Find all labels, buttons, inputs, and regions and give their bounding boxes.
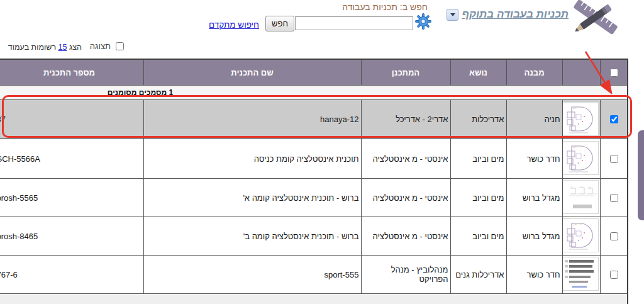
table-footer-row xyxy=(0,294,628,304)
plans-table: מבנה נושא המתכנן שם התכנית מספר התכנית 1… xyxy=(0,59,628,304)
planner-cell: אינסטי - מ אינסטלציה xyxy=(361,139,450,179)
row-checkbox[interactable] xyxy=(610,271,618,279)
building-cell: חדר כושר xyxy=(506,256,562,294)
plan-name-cell: ברוש - תוכנית אינסטלציה קומה ב' xyxy=(143,217,361,256)
building-cell: חדר כושר xyxy=(506,139,562,179)
subject-cell: מים וביוב xyxy=(450,139,506,179)
page-title-bar: תכניות בעבודה בתוקף xyxy=(447,8,569,21)
plan-thumbnail-elevation[interactable] xyxy=(562,180,599,214)
show-prefix: הצג xyxy=(67,43,82,52)
chevron-down-icon xyxy=(450,13,455,16)
planner-cell: אינסטי - מ אינסטלציה xyxy=(361,179,450,217)
plan-name-cell: sport-555 xyxy=(143,256,361,294)
display-label: תצוגה xyxy=(90,42,111,51)
building-cell: חניה xyxy=(506,100,562,139)
marked-summary-text: 1 מסמכים מסומנים xyxy=(0,86,628,100)
plan-name-cell: תוכנית אינסטלציה קומת כניסה xyxy=(143,139,361,179)
building-header[interactable]: מבנה xyxy=(506,59,562,86)
plan-name-header[interactable]: שם התכנית xyxy=(143,59,361,86)
plan-name-cell: hanaya-12 xyxy=(143,100,361,139)
marked-summary-row: 1 מסמכים מסומנים xyxy=(0,86,628,100)
row-checkbox[interactable] xyxy=(610,194,618,202)
display-checkbox[interactable] xyxy=(116,42,124,50)
show-suffix: רשומות בעמוד xyxy=(8,43,58,52)
table-row[interactable]: חניה אדריכלות אדרי2 - אדריכל hanaya-12 3… xyxy=(0,100,628,139)
display-toggle: תצוגה xyxy=(90,40,126,52)
thumb-header xyxy=(562,59,600,86)
gear-icon[interactable] xyxy=(415,13,431,30)
plan-number-cell: brosh-5565 xyxy=(0,179,143,217)
plan-number-header[interactable]: מספר התכנית xyxy=(0,59,143,86)
plan-name-cell: ברוש - תוכנית אינסטלציה קומה א' xyxy=(143,179,361,217)
subject-cell: מים וביוב xyxy=(450,179,506,217)
building-cell: מגדל ברוש xyxy=(506,217,562,256)
table-row[interactable]: חדר כושר אדריכלות גנים מנהלוביץ - מנהל ה… xyxy=(0,256,628,294)
plan-thumbnail-floor-plan[interactable] xyxy=(562,141,599,175)
plans-table-wrap: מבנה נושא המתכנן שם התכנית מספר התכנית 1… xyxy=(0,59,628,304)
page: תכניות בעבודה בתוקף חפש ב: תכניות בעבודה… xyxy=(0,0,644,304)
building-cell: מגדל ברוש xyxy=(506,179,562,217)
table-header-row: מבנה נושא המתכנן שם התכנית מספר התכנית xyxy=(0,59,628,86)
plan-thumbnail-schedule[interactable] xyxy=(562,257,599,291)
select-all-checkbox[interactable] xyxy=(610,69,618,77)
planner-cell: אדרי2 - אדריכל xyxy=(361,100,450,139)
search-scope-label: חפש ב: תכניות בעבודה xyxy=(342,2,428,12)
table-row[interactable]: מגדל ברוש מים וביוב אינסטי - מ אינסטלציה… xyxy=(0,179,628,217)
search-button[interactable]: חפש xyxy=(265,16,294,31)
select-all-header xyxy=(600,59,628,86)
row-checkbox[interactable] xyxy=(610,115,618,123)
table-row[interactable]: מגדל ברוש מים וביוב אינסטי - מ אינסטלציה… xyxy=(0,217,628,256)
show-records-control: הצג 15 רשומות בעמוד xyxy=(8,43,82,52)
title-dropdown-button[interactable] xyxy=(447,9,458,21)
advanced-search-link[interactable]: חיפוש מתקדם xyxy=(209,20,259,30)
plan-number-cell: 767-6 xyxy=(0,256,143,294)
page-title-link[interactable]: תכניות בעבודה בתוקף xyxy=(462,8,569,21)
search-input[interactable] xyxy=(295,16,413,30)
plan-thumbnail-floor-plan[interactable] xyxy=(562,102,599,136)
page-size-link[interactable]: 15 xyxy=(58,43,67,52)
side-panel-tab[interactable] xyxy=(638,130,644,220)
plan-number-cell: 37 xyxy=(0,100,143,139)
planner-header[interactable]: המתכנן xyxy=(361,59,450,86)
pencil-ruler-icon xyxy=(569,0,623,37)
subject-cell: אדריכלות xyxy=(450,100,506,139)
plan-thumbnail-floor-plan[interactable] xyxy=(562,218,599,252)
row-checkbox[interactable] xyxy=(610,155,618,163)
table-row[interactable]: חדר כושר מים וביוב אינסטי - מ אינסטלציה … xyxy=(0,139,628,179)
row-checkbox[interactable] xyxy=(610,232,618,240)
planner-cell: אינסטי - מ אינסטלציה xyxy=(361,217,450,256)
plan-number-cell: brosh-8465 xyxy=(0,217,143,256)
planner-cell: מנהלוביץ - מנהל הפרויקט xyxy=(361,256,450,294)
subject-cell: אדריכלות גנים xyxy=(450,256,506,294)
plan-number-cell: SCH-5566A xyxy=(0,139,143,179)
subject-cell: מים וביוב xyxy=(450,217,506,256)
subject-header[interactable]: נושא xyxy=(450,59,506,86)
